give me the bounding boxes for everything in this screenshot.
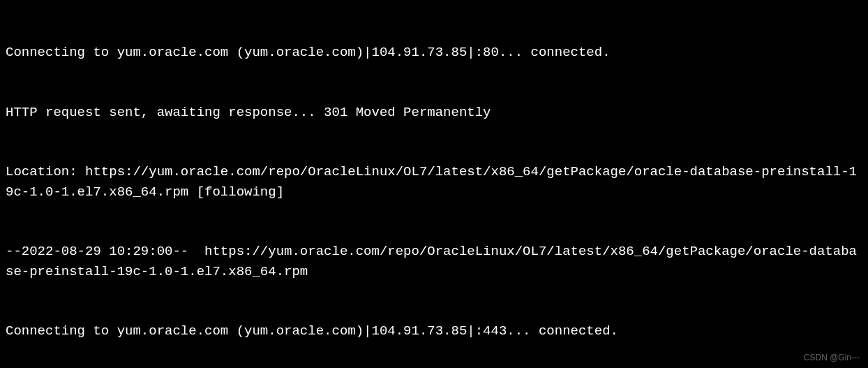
output-line: Connecting to yum.oracle.com (yum.oracle… xyxy=(6,43,862,63)
watermark-text: CSDN @Gin--- xyxy=(804,351,860,364)
output-line: HTTP request sent, awaiting response... … xyxy=(6,103,862,123)
terminal-output: Connecting to yum.oracle.com (yum.oracle… xyxy=(6,3,862,368)
output-line: --2022-08-29 10:29:00-- https://yum.orac… xyxy=(6,242,862,281)
output-line: Connecting to yum.oracle.com (yum.oracle… xyxy=(6,321,862,341)
output-line: Location: https://yum.oracle.com/repo/Or… xyxy=(6,162,862,202)
